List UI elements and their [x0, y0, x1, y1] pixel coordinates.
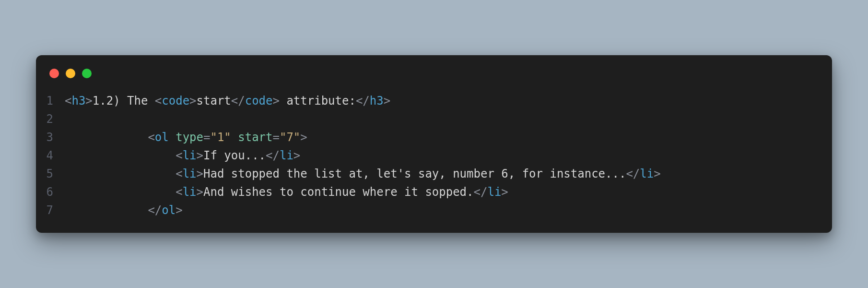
code-editor-window: 1<h3>1.2) The <code>start</code> attribu… [36, 55, 832, 233]
token-string: "1" [210, 131, 231, 144]
token-tag: ol [162, 204, 176, 217]
token-tag: h3 [370, 94, 384, 108]
token-bracket: > [197, 167, 203, 180]
token-text: If you... [203, 149, 266, 162]
code-line[interactable]: 3 <ol type="1" start="7"> [36, 128, 832, 146]
token-bracket: > [197, 185, 203, 199]
line-number: 2 [36, 110, 65, 128]
token-text [231, 131, 238, 144]
code-line[interactable]: 4 <li>If you...</li> [36, 146, 832, 165]
token-op: = [203, 131, 210, 144]
token-bracket: > [384, 94, 390, 108]
token-bracket: </ [266, 149, 280, 162]
token-bracket: </ [474, 185, 488, 199]
code-line[interactable]: 6 <li>And wishes to continue where it so… [36, 183, 832, 201]
token-bracket: </ [231, 94, 245, 108]
token-tag: li [487, 185, 501, 199]
line-number: 6 [36, 183, 65, 201]
token-bracket: </ [148, 204, 162, 217]
token-bracket: > [300, 131, 307, 144]
token-bracket: < [65, 94, 71, 108]
token-bracket: > [85, 94, 92, 108]
line-content[interactable]: <li>And wishes to continue where it sopp… [65, 183, 832, 201]
code-line[interactable]: 5 <li>Had stopped the list at, let's say… [36, 165, 832, 183]
token-bracket: </ [356, 94, 370, 108]
code-area[interactable]: 1<h3>1.2) The <code>start</code> attribu… [36, 92, 832, 219]
token-bracket: > [176, 204, 182, 217]
minimize-icon[interactable] [66, 69, 75, 78]
line-content[interactable]: </ol> [65, 201, 832, 219]
window-titlebar [36, 69, 832, 92]
line-number: 1 [36, 92, 65, 110]
token-text: 1.2) The [93, 94, 155, 108]
token-text [169, 131, 176, 144]
token-bracket: > [273, 94, 280, 108]
token-bracket: < [176, 167, 182, 180]
line-number: 7 [36, 201, 65, 219]
token-tag: li [280, 149, 293, 162]
line-content[interactable]: <ol type="1" start="7"> [65, 128, 832, 146]
token-attr: start [238, 131, 272, 144]
line-number: 5 [36, 165, 65, 183]
line-content[interactable] [65, 110, 832, 128]
token-bracket: </ [626, 167, 640, 180]
token-bracket: < [176, 149, 182, 162]
token-tag: li [640, 167, 654, 180]
token-tag: li [183, 185, 197, 199]
line-content[interactable]: <h3>1.2) The <code>start</code> attribut… [65, 92, 832, 110]
line-content[interactable]: <li>Had stopped the list at, let's say, … [65, 165, 832, 183]
token-bracket: > [189, 94, 196, 108]
token-tag: code [162, 94, 189, 108]
zoom-icon[interactable] [82, 69, 92, 78]
token-text: Had stopped the list at, let's say, numb… [203, 167, 626, 180]
token-text: start [197, 94, 231, 108]
line-content[interactable]: <li>If you...</li> [65, 146, 832, 165]
token-tag: li [183, 167, 197, 180]
token-attr: type [176, 131, 203, 144]
code-line[interactable]: 2 [36, 110, 832, 128]
token-bracket: > [197, 149, 203, 162]
token-bracket: > [654, 167, 660, 180]
token-bracket: > [293, 149, 300, 162]
token-bracket: < [148, 131, 154, 144]
token-string: "7" [280, 131, 300, 144]
token-text: And wishes to continue where it sopped. [203, 185, 474, 199]
token-bracket: < [155, 94, 162, 108]
token-op: = [273, 131, 280, 144]
token-tag: li [183, 149, 197, 162]
token-bracket: > [501, 185, 508, 199]
token-tag: h3 [71, 94, 85, 108]
line-number: 3 [36, 128, 65, 146]
token-tag: ol [155, 131, 169, 144]
close-icon[interactable] [49, 69, 59, 78]
token-tag: code [245, 94, 273, 108]
code-line[interactable]: 1<h3>1.2) The <code>start</code> attribu… [36, 92, 832, 110]
line-number: 4 [36, 146, 65, 165]
token-bracket: < [176, 185, 182, 199]
token-text: attribute: [280, 94, 356, 108]
code-line[interactable]: 7 </ol> [36, 201, 832, 219]
